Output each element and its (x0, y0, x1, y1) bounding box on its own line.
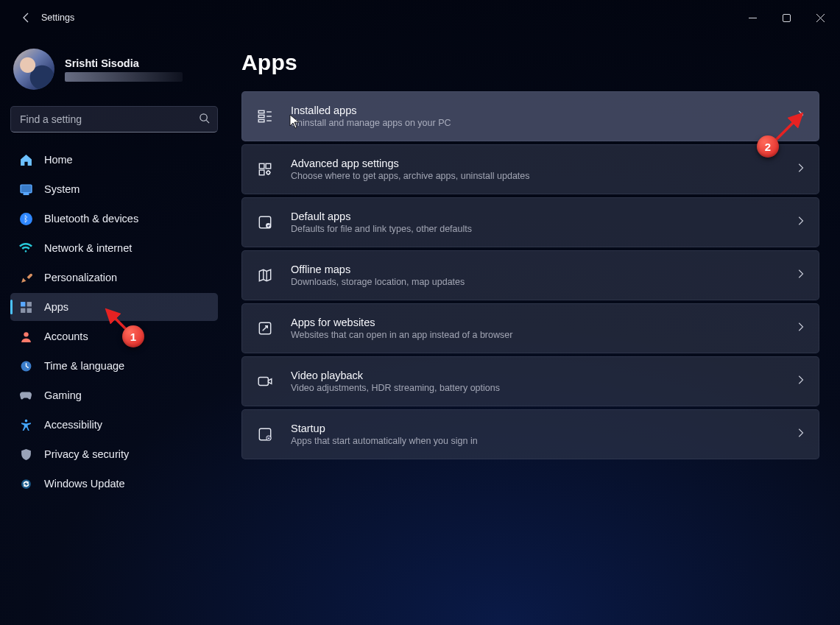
profile-email-redacted (65, 72, 183, 82)
sidebar-item-label: Home (44, 154, 73, 166)
card-apps-for-websites[interactable]: Apps for websites Websites that can open… (241, 303, 819, 353)
svg-rect-18 (258, 119, 264, 121)
svg-rect-17 (258, 115, 264, 117)
annotation-marker-2: 2 (757, 135, 779, 158)
card-advanced-app-settings[interactable]: Advanced app settings Choose where to ge… (241, 144, 819, 194)
page-title: Apps (241, 50, 819, 75)
chevron-right-icon (795, 269, 805, 282)
card-installed-apps[interactable]: Installed apps Uninstall and manage apps… (241, 91, 819, 141)
card-subtitle: Uninstall and manage apps on your PC (291, 118, 795, 128)
svg-rect-24 (259, 170, 264, 175)
search-input[interactable] (20, 113, 199, 125)
startup-icon (255, 425, 275, 444)
back-button[interactable] (12, 3, 41, 32)
card-offline-maps[interactable]: Offline maps Downloads, storage location… (241, 250, 819, 300)
svg-rect-7 (24, 193, 28, 194)
minimize-icon (749, 14, 757, 22)
gaming-icon (19, 389, 32, 402)
svg-rect-11 (27, 308, 31, 312)
chevron-right-icon (795, 428, 805, 441)
svg-rect-16 (258, 110, 264, 113)
card-title: Advanced app settings (291, 158, 795, 169)
sidebar-item-windows-update[interactable]: Windows Update (10, 470, 218, 498)
window-controls (735, 6, 837, 29)
card-title: Video playback (291, 370, 795, 381)
bluetooth-icon: ᛒ (19, 212, 32, 225)
svg-rect-22 (259, 163, 264, 169)
windows-update-icon (19, 477, 32, 490)
apps-icon (19, 300, 32, 314)
card-subtitle: Downloads, storage location, map updates (291, 277, 795, 287)
sidebar-item-label: Accounts (44, 331, 88, 342)
svg-rect-10 (21, 308, 25, 312)
svg-rect-1 (783, 14, 790, 21)
mouse-cursor (289, 114, 300, 129)
card-title: Installed apps (291, 105, 795, 116)
card-subtitle: Apps that start automatically when you s… (291, 436, 795, 446)
search-box[interactable] (10, 106, 218, 133)
sidebar-item-label: Accessibility (44, 419, 102, 431)
installed-apps-icon (255, 107, 275, 126)
profile-name: Srishti Sisodia (65, 57, 183, 69)
maximize-button[interactable] (769, 6, 803, 29)
minimize-button[interactable] (735, 6, 769, 29)
sidebar-item-system[interactable]: System (10, 175, 218, 203)
sidebar-item-time-language[interactable]: Time & language (10, 352, 218, 380)
maximize-icon (783, 14, 791, 22)
svg-point-4 (200, 113, 207, 120)
sidebar-item-personalization[interactable]: Personalization (10, 264, 218, 292)
offline-maps-icon (255, 266, 275, 285)
card-subtitle: Websites that can open in an app instead… (291, 330, 795, 340)
avatar (13, 49, 54, 90)
sidebar-item-label: Time & language (44, 360, 124, 372)
svg-point-12 (24, 332, 28, 336)
chevron-right-icon (795, 322, 805, 335)
sidebar-item-label: Gaming (44, 389, 82, 401)
card-startup[interactable]: Startup Apps that start automatically wh… (241, 409, 819, 459)
card-title: Offline maps (291, 264, 795, 275)
chevron-right-icon (795, 216, 805, 229)
chevron-right-icon (795, 163, 805, 176)
sidebar-item-label: Bluetooth & devices (44, 213, 138, 225)
sidebar-item-label: Personalization (44, 272, 117, 283)
time-language-icon (19, 359, 32, 372)
svg-point-27 (266, 223, 271, 228)
svg-point-14 (24, 419, 27, 422)
card-subtitle: Video adjustments, HDR streaming, batter… (291, 383, 795, 393)
arrow-left-icon (21, 12, 32, 24)
settings-list: Installed apps Uninstall and manage apps… (241, 91, 819, 459)
svg-line-5 (206, 120, 209, 123)
sidebar-item-label: Windows Update (44, 478, 125, 490)
sidebar-item-network[interactable]: Network & internet (10, 234, 218, 262)
svg-rect-29 (258, 378, 268, 386)
sidebar-item-privacy[interactable]: Privacy & security (10, 440, 218, 468)
profile-block[interactable]: Srishti Sisodia (10, 41, 218, 100)
close-button[interactable] (803, 6, 837, 29)
accessibility-icon (19, 418, 32, 431)
svg-rect-6 (21, 185, 32, 193)
sidebar-item-gaming[interactable]: Gaming (10, 381, 218, 409)
apps-for-websites-icon (255, 319, 275, 338)
home-icon (19, 153, 32, 166)
privacy-icon (19, 448, 32, 461)
card-title: Apps for websites (291, 317, 795, 328)
svg-rect-9 (27, 302, 31, 306)
annotation-marker-1: 1 (122, 325, 144, 347)
sidebar-item-label: System (44, 183, 80, 195)
sidebar-item-label: Apps (44, 301, 68, 313)
accounts-icon (19, 330, 32, 343)
video-playback-icon (255, 372, 275, 391)
sidebar-item-label: Privacy & security (44, 448, 129, 460)
default-apps-icon (255, 213, 275, 232)
chevron-right-icon (795, 375, 805, 388)
window-title: Settings (41, 13, 74, 23)
card-video-playback[interactable]: Video playback Video adjustments, HDR st… (241, 356, 819, 406)
sidebar-item-bluetooth[interactable]: ᛒ Bluetooth & devices (10, 205, 218, 233)
card-default-apps[interactable]: Default apps Defaults for file and link … (241, 197, 819, 247)
sidebar-item-accessibility[interactable]: Accessibility (10, 411, 218, 439)
content: Apps Installed apps Uninstall and manage… (228, 35, 840, 625)
sidebar-item-home[interactable]: Home (10, 146, 218, 174)
sidebar-item-label: Network & internet (44, 242, 132, 254)
network-icon (19, 241, 32, 255)
svg-rect-8 (21, 302, 25, 306)
